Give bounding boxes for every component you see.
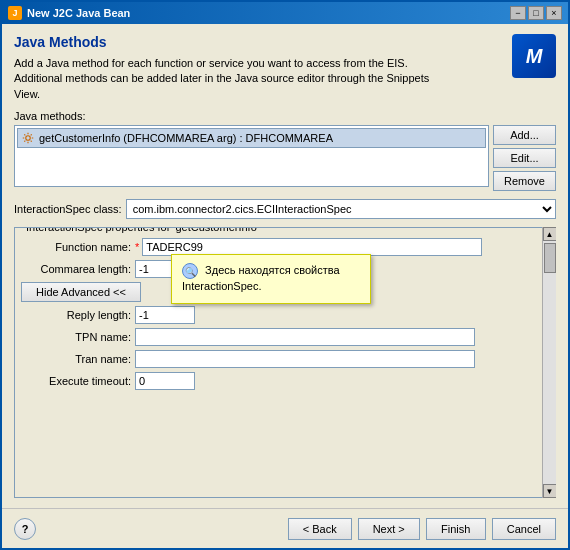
method-text: getCustomerInfo (DFHCOMMAREA arg) : DFHC… bbox=[39, 132, 333, 144]
next-button[interactable]: Next > bbox=[358, 518, 420, 540]
svg-point-0 bbox=[26, 136, 31, 141]
methods-list-container: getCustomerInfo (DFHCOMMAREA arg) : DFHC… bbox=[14, 125, 556, 191]
interaction-class-select[interactable]: com.ibm.connector2.cics.ECIInteractionSp… bbox=[126, 199, 556, 219]
remove-button[interactable]: Remove bbox=[493, 171, 556, 191]
footer-right: < Back Next > Finish Cancel bbox=[288, 518, 556, 540]
tpn-name-input[interactable] bbox=[135, 328, 475, 346]
props-content: Function name: * Commarea length: bbox=[21, 238, 549, 390]
commarea-length-label: Commarea length: bbox=[21, 263, 131, 275]
tpn-name-label: TPN name: bbox=[21, 331, 131, 343]
method-gear-icon bbox=[21, 131, 35, 145]
footer: ? < Back Next > Finish Cancel bbox=[2, 508, 568, 548]
java-methods-label: Java methods: bbox=[14, 110, 556, 122]
interaction-class-label: InteractionSpec class: bbox=[14, 203, 122, 215]
methods-list[interactable]: getCustomerInfo (DFHCOMMAREA arg) : DFHC… bbox=[14, 125, 489, 187]
main-window: J New J2C Java Bean − □ × Java Methods A… bbox=[0, 0, 570, 550]
tran-name-label: Tran name: bbox=[21, 353, 131, 365]
execute-timeout-row: Execute timeout: bbox=[21, 372, 549, 390]
edit-button[interactable]: Edit... bbox=[493, 148, 556, 168]
java-methods-section: Java methods: getCustomerInfo (DFHCOMMAR… bbox=[14, 110, 556, 191]
title-controls: − □ × bbox=[510, 6, 562, 20]
tran-name-value bbox=[135, 350, 475, 368]
tpn-name-value bbox=[135, 328, 475, 346]
tooltip-box: 🔍 Здесь находятся свойства InteractionSp… bbox=[171, 254, 371, 303]
execute-timeout-value bbox=[135, 372, 195, 390]
finish-button[interactable]: Finish bbox=[426, 518, 486, 540]
method-item[interactable]: getCustomerInfo (DFHCOMMAREA arg) : DFHC… bbox=[17, 128, 486, 148]
cancel-button[interactable]: Cancel bbox=[492, 518, 556, 540]
interaction-class-row: InteractionSpec class: com.ibm.connector… bbox=[14, 199, 556, 219]
main-content: Java Methods Add a Java method for each … bbox=[2, 24, 568, 508]
window-icon: J bbox=[8, 6, 22, 20]
execute-timeout-label: Execute timeout: bbox=[21, 375, 131, 387]
tpn-name-row: TPN name: bbox=[21, 328, 549, 346]
close-button[interactable]: × bbox=[546, 6, 562, 20]
title-bar: J New J2C Java Bean − □ × bbox=[2, 2, 568, 24]
minimize-button[interactable]: − bbox=[510, 6, 526, 20]
reply-length-row: Reply length: bbox=[21, 306, 549, 324]
tran-name-row: Tran name: bbox=[21, 350, 549, 368]
tran-name-input[interactable] bbox=[135, 350, 475, 368]
title-bar-text: J New J2C Java Bean bbox=[8, 6, 130, 20]
footer-left: ? bbox=[14, 518, 36, 540]
interaction-props-group: InteractionSpec properties for 'getCusto… bbox=[14, 227, 556, 498]
vertical-scrollbar[interactable]: ▲ ▼ bbox=[542, 227, 556, 498]
methods-buttons: Add... Edit... Remove bbox=[493, 125, 556, 191]
hide-advanced-button[interactable]: Hide Advanced << bbox=[21, 282, 141, 302]
window-title: New J2C Java Bean bbox=[27, 7, 130, 19]
scroll-thumb[interactable] bbox=[544, 243, 556, 273]
group-legend: InteractionSpec properties for 'getCusto… bbox=[23, 227, 262, 233]
back-button[interactable]: < Back bbox=[288, 518, 352, 540]
reply-length-label: Reply length: bbox=[21, 309, 131, 321]
tooltip-text: Здесь находятся свойства InteractionSpec… bbox=[182, 264, 340, 292]
header-section: Java Methods Add a Java method for each … bbox=[14, 34, 556, 102]
tooltip-search-icon: 🔍 bbox=[182, 263, 198, 279]
reply-length-value bbox=[135, 306, 195, 324]
hide-advanced-row: Hide Advanced << 🔍 Здесь находятся свойс… bbox=[21, 282, 549, 302]
header-text: Java Methods Add a Java method for each … bbox=[14, 34, 502, 102]
scroll-down-arrow[interactable]: ▼ bbox=[543, 484, 557, 498]
function-name-label: Function name: bbox=[21, 241, 131, 253]
execute-timeout-input[interactable] bbox=[135, 372, 195, 390]
add-button[interactable]: Add... bbox=[493, 125, 556, 145]
reply-length-input[interactable] bbox=[135, 306, 195, 324]
maximize-button[interactable]: □ bbox=[528, 6, 544, 20]
required-star: * bbox=[135, 241, 139, 253]
header-logo: M bbox=[512, 34, 556, 78]
page-title: Java Methods bbox=[14, 34, 502, 50]
scroll-up-arrow[interactable]: ▲ bbox=[543, 227, 557, 241]
page-description: Add a Java method for each function or s… bbox=[14, 56, 444, 102]
help-button[interactable]: ? bbox=[14, 518, 36, 540]
